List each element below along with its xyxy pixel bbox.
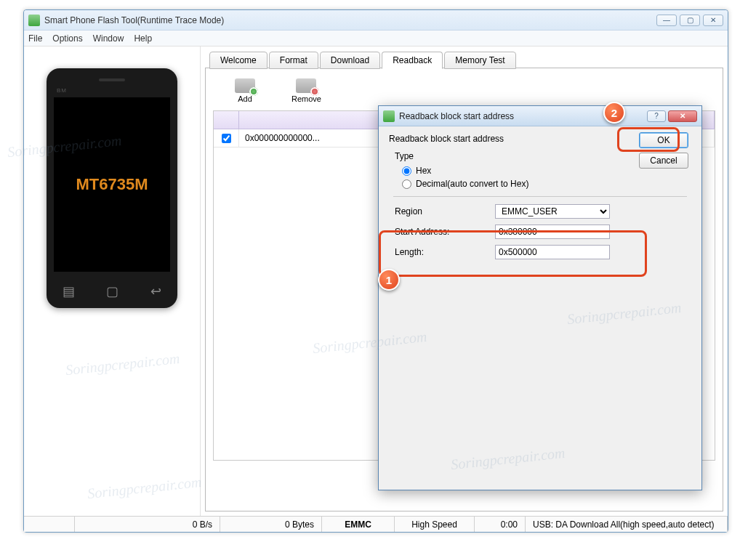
length-label: Length: (395, 247, 489, 257)
window-controls: — ▢ ✕ (656, 15, 723, 26)
dialog-window-controls: ? ✕ (647, 110, 697, 122)
dialog-titlebar: Readback block start address ? ✕ (379, 106, 701, 126)
dialog-help-button[interactable]: ? (647, 110, 666, 122)
status-usb: USB: DA Download All(high speed,auto det… (526, 517, 728, 532)
tab-welcome[interactable]: Welcome (209, 52, 268, 69)
annotation-badge-1: 1 (378, 269, 400, 291)
menubar: File Options Window Help (24, 31, 728, 46)
start-row: Start Address: (395, 225, 691, 239)
region-label: Region (395, 206, 489, 217)
radio-dec-row: Decimal(auto convert to Hex) (402, 179, 691, 189)
minimize-button[interactable]: — (656, 15, 677, 26)
remove-label: Remove (291, 94, 321, 103)
menu-window[interactable]: Window (93, 33, 124, 44)
add-button[interactable]: Add (235, 78, 255, 103)
status-rate: 0 B/s (75, 517, 220, 532)
start-address-input[interactable] (495, 225, 610, 239)
back-icon: ↩ (150, 283, 161, 299)
phone-screen: MT6735M (54, 97, 170, 272)
radio-decimal-label: Decimal(auto convert to Hex) (416, 179, 528, 189)
dialog-app-icon (383, 110, 395, 122)
menu-file[interactable]: File (28, 33, 42, 44)
add-icon (235, 78, 255, 93)
radio-hex[interactable] (402, 166, 411, 176)
left-pane: BM MT6735M ▤ ▢ ↩ (24, 46, 200, 516)
add-label: Add (238, 94, 252, 103)
cancel-button[interactable]: Cancel (639, 153, 688, 169)
length-input[interactable] (495, 245, 610, 259)
remove-button[interactable]: Remove (291, 78, 321, 103)
dialog-buttons: OK Cancel (639, 132, 688, 169)
region-select[interactable]: EMMC_USER (495, 204, 610, 219)
dialog-close-button[interactable]: ✕ (668, 110, 697, 122)
remove-icon (296, 78, 316, 93)
dialog-body: OK Cancel Readback block start address T… (379, 126, 701, 272)
menu-options[interactable]: Options (52, 33, 82, 44)
close-button[interactable]: ✕ (703, 15, 723, 26)
phone-mock: BM MT6735M ▤ ▢ ↩ (47, 68, 177, 308)
status-storage: EMMC (322, 517, 395, 532)
tab-memory-test[interactable]: Memory Test (444, 52, 515, 69)
length-row: Length: (395, 245, 691, 259)
tab-format[interactable]: Format (269, 52, 318, 69)
phone-earpiece (99, 78, 125, 81)
status-speed: High Speed (395, 517, 475, 532)
titlebar: Smart Phone Flash Tool(Runtime Trace Mod… (24, 10, 728, 31)
row-check-cell (214, 129, 239, 147)
grid-header-check (214, 111, 239, 129)
tabs: Welcome Format Download Readback Memory … (205, 51, 723, 68)
status-empty (24, 517, 75, 532)
status-bytes: 0 Bytes (220, 517, 322, 532)
tab-readback[interactable]: Readback (382, 52, 443, 69)
statusbar: 0 B/s 0 Bytes EMMC High Speed 0:00 USB: … (24, 516, 728, 532)
annotation-badge-2: 2 (603, 102, 625, 124)
readback-dialog: Readback block start address ? ✕ OK Canc… (378, 105, 702, 490)
menu-icon: ▤ (63, 283, 75, 299)
tab-download[interactable]: Download (320, 52, 380, 69)
phone-navbar: ▤ ▢ ↩ (47, 283, 177, 299)
dialog-separator (393, 196, 687, 197)
window-title: Smart Phone Flash Tool(Runtime Trace Mod… (44, 15, 656, 25)
home-icon: ▢ (106, 283, 118, 299)
phone-brand: BM (57, 87, 67, 94)
maximize-button[interactable]: ▢ (680, 15, 700, 26)
ok-button[interactable]: OK (639, 132, 688, 148)
radio-hex-label: Hex (416, 166, 431, 176)
row-checkbox[interactable] (222, 134, 231, 143)
region-row: Region EMMC_USER (395, 204, 691, 219)
radio-decimal[interactable] (402, 179, 411, 189)
menu-help[interactable]: Help (134, 33, 152, 44)
start-label: Start Address: (395, 227, 489, 237)
status-time: 0:00 (475, 517, 526, 532)
app-icon (28, 15, 40, 26)
phone-chip-label: MT6735M (76, 175, 148, 194)
